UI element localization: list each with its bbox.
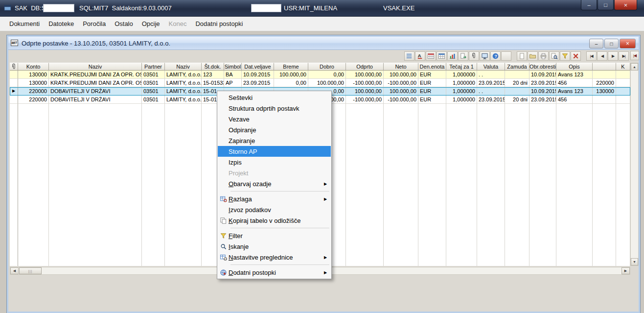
- grid-cell[interactable]: Avans 123: [556, 71, 593, 79]
- grid-cell[interactable]: KRATK.PREDUJMI DANI ZA OPR. OS: [49, 79, 142, 87]
- context-menu-item-vezave[interactable]: Vezave: [218, 114, 331, 124]
- grid-cell[interactable]: 1,000000: [446, 96, 477, 104]
- grid-cell[interactable]: 220000: [18, 87, 49, 96]
- context-menu-item-izpis[interactable]: Izpis: [218, 157, 331, 168]
- column-header-konto[interactable]: Konto: [18, 63, 49, 71]
- context-menu-item-zapiranje[interactable]: Zapiranje: [218, 135, 331, 146]
- grid-cell[interactable]: [505, 87, 529, 96]
- db-name-field[interactable]: [43, 4, 74, 12]
- column-header-naziv[interactable]: Naziv: [165, 63, 202, 71]
- context-menu-item-struktura-odprtih-postavk[interactable]: Struktura odprtih postavk: [218, 103, 331, 114]
- grid-cell[interactable]: 03501: [142, 96, 165, 104]
- grid-cell[interactable]: LAMITY, d.o.o.: [165, 96, 202, 104]
- menu-opcije[interactable]: Opcije: [138, 18, 164, 30]
- grid-cell[interactable]: EUR: [418, 87, 446, 96]
- grid-cell[interactable]: 220000: [593, 79, 616, 87]
- column-header-obr-obresti[interactable]: Obr.obresti: [529, 63, 556, 71]
- vertical-scroll-track[interactable]: [631, 71, 638, 258]
- grid-cell[interactable]: 03501: [142, 79, 165, 87]
- context-menu-item-filter[interactable]: Filter: [218, 230, 331, 241]
- table-colors-button[interactable]: [426, 51, 436, 61]
- child-minimize-button[interactable]: –: [589, 39, 603, 48]
- grid-cell[interactable]: 23.09.2015: [477, 96, 505, 104]
- print-preview-button[interactable]: [549, 51, 559, 61]
- grid-cell[interactable]: [616, 96, 630, 104]
- scroll-down-icon[interactable]: ▼: [631, 258, 638, 265]
- grid-cell[interactable]: [616, 79, 630, 87]
- column-header-valuta[interactable]: Valuta: [477, 63, 505, 71]
- grid-cell[interactable]: DOBAVITELJI V DRŽAVI: [49, 87, 142, 96]
- grid-cell[interactable]: 100.000,00: [346, 71, 384, 79]
- chart-view-button[interactable]: [447, 51, 458, 61]
- help-button[interactable]: ?: [490, 51, 501, 61]
- column-header-partner[interactable]: Partner: [142, 63, 165, 71]
- vertical-scrollbar[interactable]: ▲ ▼: [630, 63, 639, 266]
- grid-cell[interactable]: 1,000000: [446, 71, 477, 79]
- grid-cell[interactable]: . .: [477, 71, 505, 79]
- grid-cell[interactable]: 130000: [593, 87, 616, 96]
- new-document-button[interactable]: [517, 51, 527, 61]
- menu-poro-ila[interactable]: Poročila: [78, 18, 110, 30]
- grid-cell[interactable]: 100.000,00: [346, 87, 384, 96]
- nav-prev-button[interactable]: ◀: [597, 51, 607, 61]
- grid-cell[interactable]: BA: [224, 71, 242, 79]
- grid-cell[interactable]: 03501: [142, 71, 165, 79]
- child-restore-button[interactable]: □: [604, 39, 619, 48]
- grid-row-1[interactable]: 130000KRATK.PREDUJMI DANI ZA OPR. OS0350…: [10, 71, 630, 79]
- grid-cell[interactable]: LAMITY, d.o.o.: [165, 71, 202, 79]
- column-header-zamuda[interactable]: Zamuda: [505, 63, 529, 71]
- nav-next-button[interactable]: ▶: [608, 51, 618, 61]
- grid-cell[interactable]: -100.000,00: [384, 96, 418, 104]
- grid-cell[interactable]: -100.000,00: [384, 79, 418, 87]
- grid-cell[interactable]: 0,00: [308, 71, 346, 79]
- grid-cell[interactable]: 123: [202, 71, 224, 79]
- list-view-button[interactable]: [404, 51, 414, 61]
- grid-cell[interactable]: 20 dni: [505, 96, 529, 104]
- grid-cell[interactable]: 10.09.2015: [242, 71, 274, 79]
- grid-cell[interactable]: 1,000000: [446, 87, 477, 96]
- context-menu-item-nastavitve-preglednice[interactable]: Nastavitve preglednice▶: [218, 252, 331, 263]
- font-style-button[interactable]: A: [415, 51, 425, 61]
- export-document-button[interactable]: [458, 51, 468, 61]
- grid-cell[interactable]: [616, 71, 630, 79]
- nav-edge-button[interactable]: |◀: [630, 51, 639, 60]
- context-menu-item-obarvaj-ozadje[interactable]: Obarvaj ozadje▶: [218, 178, 331, 189]
- grid-cell[interactable]: LAMITY, d.o.o.: [165, 79, 202, 87]
- grid-cell[interactable]: -100.000,00: [346, 79, 384, 87]
- grid-cell[interactable]: 100.000,00: [308, 79, 346, 87]
- grid-cell[interactable]: . .: [477, 87, 505, 96]
- column-header-simbol[interactable]: Simbol: [224, 63, 242, 71]
- context-menu-item-storno-ap[interactable]: Storno AP: [218, 146, 331, 157]
- scroll-right-icon[interactable]: ▶: [621, 267, 630, 274]
- column-header-neto[interactable]: Neto: [384, 63, 418, 71]
- menu-datoteke[interactable]: Datoteke: [44, 18, 78, 30]
- grid-cell[interactable]: EUR: [418, 79, 446, 87]
- blank-button[interactable]: [501, 51, 511, 61]
- child-close-button[interactable]: ×: [620, 39, 636, 48]
- grid-cell[interactable]: 23.09.2015: [529, 96, 556, 104]
- column-header-dat-veljave[interactable]: Dat.veljave: [242, 63, 274, 71]
- grid-cell[interactable]: 0,00: [274, 79, 308, 87]
- grid-cell[interactable]: -100.000,00: [346, 96, 384, 104]
- grid-cell[interactable]: 23.09.2015: [529, 79, 556, 87]
- column-header-den-enota[interactable]: Den.enota: [418, 63, 446, 71]
- column-header-attachments[interactable]: [10, 63, 18, 71]
- grid-cell[interactable]: 456: [556, 79, 593, 87]
- grid-cell[interactable]: 10.09.2015: [529, 71, 556, 79]
- grid-cell[interactable]: 23.09.2015: [477, 79, 505, 87]
- grid-cell[interactable]: 100.000,00: [384, 87, 418, 96]
- menu-dokumenti[interactable]: Dokumenti: [5, 18, 44, 30]
- grid-cell[interactable]: 23.09.2015: [242, 79, 274, 87]
- grid-cell[interactable]: 03501: [142, 87, 165, 96]
- scrollbar-thumb[interactable]: |||: [19, 267, 42, 274]
- context-menu-item-razlaga[interactable]: Razlaga▶: [218, 193, 331, 204]
- context-menu-item-odpiranje[interactable]: Odpiranje: [218, 124, 331, 135]
- column-header-naziv[interactable]: Naziv: [49, 63, 142, 71]
- context-menu-item-iskanje[interactable]: Iskanje: [218, 241, 331, 252]
- context-menu-item-se-tevki[interactable]: Seštevki: [218, 92, 331, 103]
- column-header-dobro[interactable]: Dobro: [308, 63, 346, 71]
- column-header-opis[interactable]: Opis: [556, 63, 593, 71]
- grid-cell[interactable]: 100.000,00: [274, 71, 308, 79]
- grid-cell[interactable]: [505, 71, 529, 79]
- grid-cell[interactable]: 10.09.2015: [529, 87, 556, 96]
